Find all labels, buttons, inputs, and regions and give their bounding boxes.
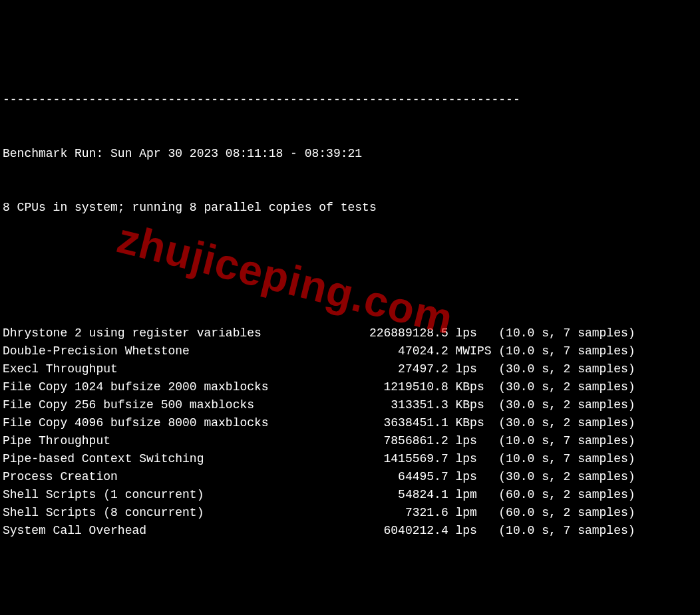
result-row: Shell Scripts (1 concurrent) 54824.1 lpm… [3, 486, 697, 504]
result-row: Process Creation 64495.7 lps (30.0 s, 2 … [3, 468, 697, 486]
blank-line [3, 253, 697, 271]
result-row: File Copy 1024 bufsize 2000 maxblocks 12… [3, 378, 697, 396]
result-row: Double-Precision Whetstone 47024.2 MWIPS… [3, 342, 697, 360]
result-row: Execl Throughput 27497.2 lps (30.0 s, 2 … [3, 360, 697, 378]
benchmark-run-line: Benchmark Run: Sun Apr 30 2023 08:11:18 … [3, 145, 697, 163]
result-row: File Copy 4096 bufsize 8000 maxblocks 36… [3, 414, 697, 432]
result-row: System Call Overhead 6040212.4 lps (10.0… [3, 522, 697, 540]
cpu-line: 8 CPUs in system; running 8 parallel cop… [3, 199, 697, 217]
result-row: Pipe Throughput 7856861.2 lps (10.0 s, 7… [3, 432, 697, 450]
result-row: Shell Scripts (8 concurrent) 7321.6 lpm … [3, 504, 697, 522]
terminal-output: zhujiceping.com ------------------------… [0, 0, 700, 615]
separator-line: ----------------------------------------… [3, 91, 697, 109]
result-row: Dhrystone 2 using register variables 226… [3, 324, 697, 342]
blank-line [3, 594, 697, 612]
result-row: Pipe-based Context Switching 1415569.7 l… [3, 450, 697, 468]
result-row: File Copy 256 bufsize 500 maxblocks 3133… [3, 396, 697, 414]
results-block: Dhrystone 2 using register variables 226… [3, 324, 697, 540]
